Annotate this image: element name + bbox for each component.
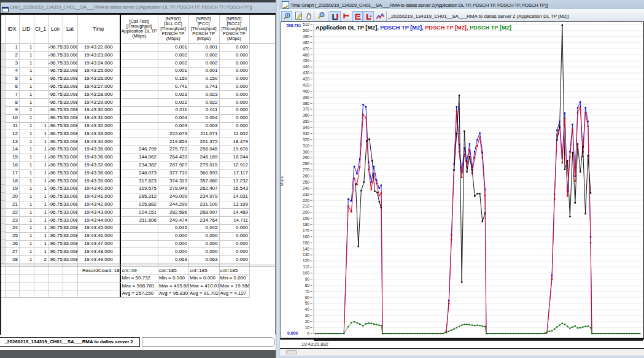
svg-text:10: 10 <box>305 325 310 330</box>
svg-text:160: 160 <box>303 235 309 239</box>
svg-text:80: 80 <box>305 283 310 287</box>
svg-text:370: 370 <box>303 107 309 111</box>
svg-text:440: 440 <box>303 64 309 69</box>
svg-text:420: 420 <box>303 77 309 81</box>
svg-text:300: 300 <box>303 150 309 154</box>
svg-text:0: 0 <box>307 332 309 336</box>
svg-text:490: 490 <box>303 34 309 39</box>
svg-text:508.781: 508.781 <box>287 23 301 28</box>
svg-text:100: 100 <box>303 271 309 275</box>
svg-text:260: 260 <box>303 174 309 178</box>
svg-text:90: 90 <box>305 277 310 281</box>
svg-text:510: 510 <box>303 22 309 26</box>
svg-text:350: 350 <box>303 119 309 123</box>
svg-text:240: 240 <box>303 186 309 190</box>
svg-text:220: 220 <box>303 198 309 203</box>
svg-text:60: 60 <box>305 295 310 300</box>
svg-text:Mbps: Mbps <box>280 176 284 186</box>
svg-text:360: 360 <box>303 113 309 117</box>
svg-text:150: 150 <box>303 241 309 245</box>
svg-text:330: 330 <box>303 131 309 136</box>
svg-text:Application DL TP [M2], PDSCH: Application DL TP [M2], PDSCH TP [M2], P… <box>316 25 511 31</box>
svg-text:400: 400 <box>303 89 309 93</box>
svg-text:120: 120 <box>303 259 309 263</box>
svg-text:0.000: 0.000 <box>287 331 298 335</box>
svg-text:450: 450 <box>303 58 309 63</box>
svg-text:290: 290 <box>303 155 309 160</box>
svg-text:500: 500 <box>303 28 309 33</box>
svg-text:30: 30 <box>305 313 310 317</box>
svg-text:70: 70 <box>305 289 310 294</box>
svg-text:190: 190 <box>303 216 309 220</box>
svg-text:390: 390 <box>303 95 309 99</box>
svg-text:230: 230 <box>303 192 309 197</box>
svg-text:320: 320 <box>303 138 309 142</box>
svg-text:210: 210 <box>303 204 309 208</box>
svg-text:130: 130 <box>303 252 309 257</box>
svg-text:270: 270 <box>303 168 309 172</box>
svg-text:110: 110 <box>303 265 309 269</box>
svg-text:480: 480 <box>303 41 309 45</box>
svg-text:470: 470 <box>303 47 309 51</box>
svg-text:380: 380 <box>303 101 309 106</box>
svg-text:430: 430 <box>303 71 309 75</box>
svg-text:310: 310 <box>303 144 309 148</box>
svg-text:280: 280 <box>303 161 309 166</box>
svg-text:340: 340 <box>303 125 309 130</box>
svg-text:140: 140 <box>303 247 309 251</box>
svg-text:20: 20 <box>305 319 310 324</box>
svg-text:170: 170 <box>303 228 309 233</box>
svg-text:410: 410 <box>303 83 309 87</box>
svg-text:200: 200 <box>303 210 309 214</box>
svg-text:40: 40 <box>305 307 310 311</box>
svg-text:250: 250 <box>303 180 309 184</box>
svg-text:180: 180 <box>303 222 309 227</box>
svg-text:50: 50 <box>305 301 310 305</box>
svg-text:460: 460 <box>303 53 309 57</box>
